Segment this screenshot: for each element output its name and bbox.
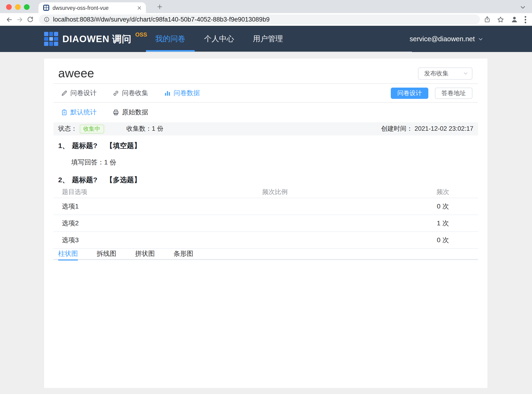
tab-close-icon[interactable] — [136, 4, 143, 11]
collect-count-label: 收集数： — [126, 125, 152, 133]
count-value: 0 次 — [408, 202, 478, 211]
browser-toolbar: localhost:8083/#/dw/survey/d/chart/c98fa… — [0, 13, 532, 26]
table-row: 选项3 0.00% 0 次 — [53, 232, 478, 249]
tab-label: 问卷收集 — [122, 89, 148, 97]
share-icon[interactable] — [484, 16, 491, 23]
reload-icon[interactable] — [25, 14, 35, 25]
options-table: 题目选项 频次比例 频次 选项1 0.00% 0 次 选项2 — [53, 186, 478, 249]
nav-item-user-management[interactable]: 用户管理 — [244, 26, 292, 52]
chart-type-tabs: 柱状图 拆线图 拼状图 条形图 — [53, 249, 478, 260]
nav-item-my-surveys[interactable]: 我的问卷 — [146, 26, 195, 52]
survey-title-row: aweee 发布收集 — [53, 59, 478, 84]
zoom-window-button[interactable] — [24, 4, 30, 10]
survey-design-button[interactable]: 问卷设计 — [391, 87, 428, 98]
link-icon — [113, 90, 119, 96]
tab-survey-design[interactable]: 问卷设计 — [61, 89, 97, 97]
pencil-icon — [61, 90, 68, 96]
collect-count-value: 1 份 — [152, 125, 164, 133]
tab-search-chevron-icon[interactable] — [520, 4, 526, 10]
tab-pie-chart[interactable]: 拼状图 — [135, 248, 155, 259]
publish-collect-value: 发布收集 — [424, 69, 448, 78]
tab-bar-chart[interactable]: 条形图 — [174, 248, 193, 259]
question-number: 1、 — [58, 141, 69, 150]
count-value: 1 次 — [408, 219, 478, 228]
brand-logo-group[interactable]: DIAOWEN 调问 OSS — [44, 32, 147, 46]
question-title: 题标题? — [72, 176, 97, 185]
tab-line-chart[interactable]: 拆线图 — [97, 248, 116, 259]
app-header: DIAOWEN 调问 OSS 我的问卷 个人中心 用户管理 service@di… — [0, 26, 532, 52]
option-label: 选项3 — [53, 236, 262, 244]
chevron-down-icon — [478, 36, 483, 41]
main-nav: 我的问卷 个人中心 用户管理 — [146, 26, 412, 52]
raw-data-printer-icon — [113, 109, 119, 116]
question-number: 2、 — [58, 176, 69, 185]
diaowen-logo-icon — [44, 32, 58, 46]
count-value: 0 次 — [408, 236, 478, 244]
option-label: 选项2 — [53, 219, 262, 228]
site-favicon — [43, 5, 49, 11]
browser-menu-icon[interactable] — [525, 16, 526, 23]
status-bar: 状态： 收集中 收集数： 1 份 创建时间： 2021-12-02 23:02:… — [53, 122, 478, 135]
table-row: 选项1 0.00% 0 次 — [53, 198, 478, 215]
survey-card: aweee 发布收集 问卷设计 — [44, 59, 487, 388]
brand-name: DIAOWEN 调问 — [62, 32, 131, 46]
chevron-down-icon — [463, 71, 468, 76]
created-time-label: 创建时间： — [381, 125, 413, 132]
window-controls — [6, 4, 30, 10]
page-background: aweee 发布收集 问卷设计 — [0, 52, 532, 394]
column-header-percent: 频次比例 — [262, 188, 408, 196]
answer-label: 填写回答： — [71, 158, 104, 167]
site-info-icon[interactable] — [44, 16, 50, 22]
table-header-row: 题目选项 频次比例 频次 — [53, 186, 478, 198]
tab-survey-data[interactable]: 问卷数据 — [164, 89, 200, 97]
brand-badge: OSS — [135, 31, 147, 38]
status-badge: 收集中 — [80, 124, 104, 133]
question-1-answer: 填写回答： 1 份 — [71, 158, 478, 167]
section-tabs-row: 问卷设计 问卷收集 问卷数据 — [53, 84, 478, 103]
tab-label: 问卷设计 — [70, 89, 97, 97]
tab-label: 原始数据 — [122, 108, 148, 117]
account-menu[interactable]: service@diaowen.net — [410, 26, 483, 52]
tab-title: dwsurvey-oss-front-vue — [53, 5, 136, 10]
address-bar[interactable]: localhost:8083/#/dw/survey/d/chart/c98fa… — [39, 15, 480, 24]
profile-avatar-icon[interactable] — [511, 16, 518, 23]
question-type-tag: 【填空题】 — [106, 141, 141, 150]
tab-label: 问卷数据 — [174, 89, 200, 97]
survey-title: aweee — [58, 66, 94, 81]
bookmark-star-icon[interactable] — [497, 16, 504, 23]
tab-survey-collect[interactable]: 问卷收集 — [113, 89, 148, 97]
question-2-heading: 2、 题标题? 【多选题】 — [58, 176, 478, 185]
question-1-heading: 1、 题标题? 【填空题】 — [58, 141, 478, 150]
account-email: service@diaowen.net — [410, 35, 475, 43]
bar-chart-icon — [164, 90, 171, 96]
table-row: 选项2 100.00% 1 次 — [53, 215, 478, 232]
status-label: 状态： — [58, 125, 77, 133]
tab-label: 默认统计 — [70, 108, 97, 117]
tab-default-stats[interactable]: 默认统计 — [61, 108, 97, 117]
tab-column-chart[interactable]: 柱状图 — [58, 248, 78, 259]
back-icon[interactable] — [4, 14, 15, 25]
url-text[interactable]: localhost:8083/#/dw/survey/d/chart/c98fa… — [53, 16, 270, 23]
minimize-window-button[interactable] — [15, 4, 21, 10]
created-time-value: 2021-12-02 23:02:17 — [415, 125, 473, 132]
tab-strip: dwsurvey-oss-front-vue — [0, 0, 532, 13]
clipboard-icon — [61, 109, 68, 116]
close-window-button[interactable] — [6, 4, 12, 10]
question-type-tag: 【多选题】 — [106, 176, 141, 185]
answer-value: 1 份 — [104, 158, 116, 167]
option-label: 选项1 — [53, 202, 262, 211]
question-title: 题标题? — [72, 141, 97, 150]
stat-tabs-row: 默认统计 原始数据 — [61, 103, 478, 122]
forward-icon[interactable] — [15, 14, 25, 25]
column-header-option: 题目选项 — [53, 188, 262, 196]
browser-tab[interactable]: dwsurvey-oss-front-vue — [38, 2, 146, 13]
column-header-count: 频次 — [408, 188, 478, 196]
nav-item-personal-center[interactable]: 个人中心 — [195, 26, 244, 52]
answer-address-button[interactable]: 答卷地址 — [435, 87, 472, 98]
new-tab-button[interactable] — [156, 3, 164, 11]
tab-raw-data[interactable]: 原始数据 — [113, 108, 148, 117]
publish-collect-select[interactable]: 发布收集 — [418, 67, 472, 79]
